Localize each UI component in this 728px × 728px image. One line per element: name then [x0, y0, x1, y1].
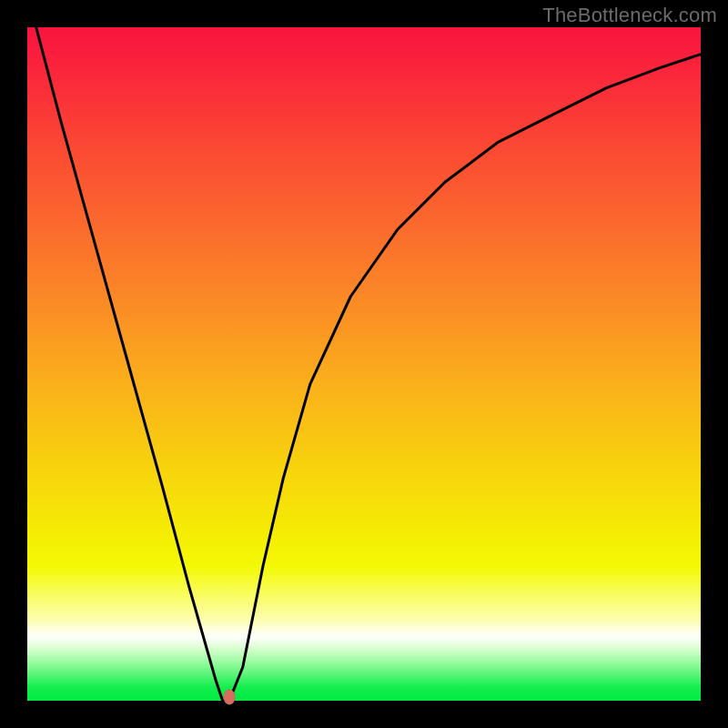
- bottleneck-curve: [27, 27, 701, 701]
- curve-layer: [27, 27, 701, 701]
- watermark-text: TheBottleneck.com: [542, 4, 717, 27]
- chart-frame: TheBottleneck.com: [0, 0, 728, 728]
- optimum-marker: [224, 690, 236, 705]
- plot-area: [27, 27, 701, 701]
